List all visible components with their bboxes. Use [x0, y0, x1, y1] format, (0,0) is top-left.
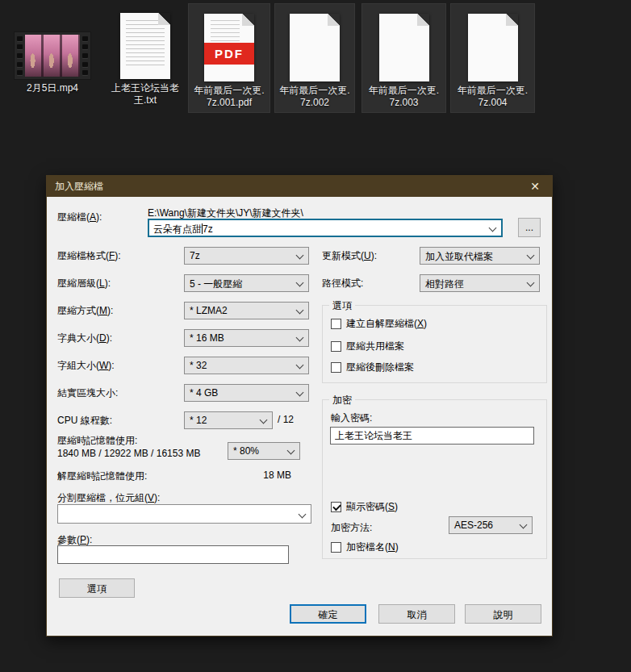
- chevron-down-icon: [296, 389, 304, 397]
- blank-file-icon: [468, 14, 518, 81]
- file-label: 年前最后一次更. 7z.001.pdf: [189, 85, 270, 109]
- memory-usage-label: 壓縮時記憶體使用:: [57, 434, 137, 448]
- encryption-method-combobox[interactable]: AES-256: [449, 516, 533, 534]
- parameters-input[interactable]: [57, 545, 289, 564]
- file-label: 年前最后一次更. 7z.004: [451, 85, 534, 109]
- file-7z-002[interactable]: 年前最后一次更. 7z.002: [274, 3, 355, 113]
- path-mode-label: 路徑模式:: [322, 277, 363, 290]
- blank-file-icon: [379, 14, 429, 81]
- memory-percent-combobox[interactable]: * 80%: [228, 442, 300, 460]
- solid-block-label: 結實區塊大小:: [57, 386, 118, 400]
- encryption-group: 加密 輸入密碼: 顯示密碼(S) 加密方法: AES-256 加密檔名(N): [322, 399, 547, 559]
- level-label: 壓縮層級(L):: [57, 277, 111, 290]
- file-video[interactable]: 2月5日.mp4: [3, 2, 102, 94]
- archive-label: 壓縮檔(A):: [57, 211, 102, 224]
- chevron-down-icon: [527, 279, 535, 287]
- encryption-method-label: 加密方法:: [331, 521, 372, 535]
- pdf-badge: PDF: [204, 43, 254, 65]
- method-combobox[interactable]: * LZMA2: [184, 302, 309, 319]
- chevron-down-icon: [296, 252, 304, 260]
- pdf-file-icon: PDF: [204, 14, 254, 81]
- password-label: 輸入密碼:: [331, 411, 372, 425]
- browse-button[interactable]: ...: [518, 218, 541, 237]
- checkbox-box: [331, 362, 341, 373]
- desktop: 2月5日.mp4 上老王论坛当老 王.txt PDF 年前最后一次更. 7z.0…: [0, 0, 631, 672]
- close-icon[interactable]: ✕: [526, 180, 544, 193]
- dialog-titlebar[interactable]: 加入壓縮檔 ✕: [47, 176, 552, 197]
- chevron-down-icon: [296, 307, 304, 315]
- blank-file-icon: [290, 14, 340, 81]
- format-label: 壓縮檔格式(F):: [57, 249, 121, 263]
- level-combobox[interactable]: 5 - 一般壓縮: [184, 274, 309, 292]
- solid-block-combobox[interactable]: * 4 GB: [184, 384, 309, 402]
- encryption-group-title: 加密: [329, 394, 355, 407]
- file-7z-004[interactable]: 年前最后一次更. 7z.004: [450, 3, 535, 113]
- split-volumes-combobox[interactable]: [57, 504, 311, 524]
- add-to-archive-dialog: 加入壓縮檔 ✕ 壓縮檔(A): E:\Wang\新建文件夹\JY\新建文件夹\ …: [46, 175, 553, 637]
- dictionary-combobox[interactable]: * 16 MB: [184, 329, 309, 347]
- options-group: 選項 建立自解壓縮檔(X) 壓縮共用檔案 壓縮後刪除檔案: [322, 305, 547, 383]
- chevron-down-icon: [299, 511, 307, 519]
- compress-shared-checkbox[interactable]: 壓縮共用檔案: [331, 340, 404, 353]
- video-thumbnail: [15, 32, 90, 79]
- checkbox-box: [331, 319, 341, 329]
- file-txt[interactable]: 上老王论坛当老 王.txt: [102, 2, 189, 106]
- format-combobox[interactable]: 7z: [184, 247, 309, 265]
- video-frame-image: [25, 35, 80, 77]
- options-group-title: 選項: [329, 299, 355, 313]
- dialog-title: 加入壓縮檔: [55, 180, 526, 194]
- chevron-down-icon: [296, 361, 304, 369]
- file-label: 2月5日.mp4: [3, 82, 102, 94]
- split-volumes-label: 分割壓縮檔，位元組(V):: [57, 491, 160, 505]
- text-file-icon: [120, 13, 170, 79]
- checkbox-box: [331, 542, 341, 553]
- ok-button[interactable]: 確定: [290, 604, 366, 624]
- method-label: 壓縮方式(M):: [57, 304, 113, 318]
- checkbox-box: [331, 502, 341, 512]
- chevron-down-icon: [260, 416, 268, 424]
- checkbox-box: [331, 341, 341, 352]
- encrypt-names-checkbox[interactable]: 加密檔名(N): [331, 541, 399, 554]
- options-button[interactable]: 選項: [59, 578, 135, 598]
- chevron-down-icon: [296, 334, 304, 342]
- cpu-threads-max: / 12: [278, 414, 294, 425]
- file-pdf[interactable]: PDF 年前最后一次更. 7z.001.pdf: [188, 3, 270, 113]
- word-size-combobox[interactable]: * 32: [184, 357, 309, 374]
- password-input[interactable]: [330, 427, 534, 445]
- chevron-down-icon: [520, 521, 528, 529]
- show-password-checkbox[interactable]: 顯示密碼(S): [331, 500, 398, 514]
- cpu-threads-label: CPU 線程數:: [57, 414, 112, 428]
- file-label: 年前最后一次更. 7z.003: [362, 85, 445, 109]
- create-sfx-checkbox[interactable]: 建立自解壓縮檔(X): [331, 317, 427, 331]
- file-label: 年前最后一次更. 7z.002: [275, 85, 354, 109]
- chevron-down-icon: [287, 447, 295, 455]
- delete-after-checkbox[interactable]: 壓縮後刪除檔案: [331, 361, 414, 374]
- chevron-down-icon: [527, 252, 535, 260]
- cpu-threads-combobox[interactable]: * 12: [184, 411, 273, 429]
- file-label: 上老王论坛当老 王.txt: [102, 82, 189, 106]
- path-mode-combobox[interactable]: 相對路徑: [420, 274, 540, 292]
- file-7z-003[interactable]: 年前最后一次更. 7z.003: [361, 3, 446, 113]
- chevron-down-icon: [489, 224, 497, 232]
- archive-name-combobox[interactable]: 云朵有点甜7z: [148, 219, 503, 237]
- chevron-down-icon: [296, 279, 304, 287]
- update-mode-combobox[interactable]: 加入並取代檔案: [420, 247, 540, 265]
- help-button[interactable]: 說明: [465, 604, 541, 624]
- update-mode-label: 更新模式(U):: [322, 249, 377, 263]
- cancel-button[interactable]: 取消: [378, 604, 455, 624]
- dictionary-label: 字典大小(D):: [57, 332, 112, 345]
- decompress-memory-value: 18 MB: [57, 470, 291, 481]
- word-size-label: 字組大小(W):: [57, 359, 115, 373]
- memory-usage-detail: 1840 MB / 12922 MB / 16153 MB: [57, 448, 200, 459]
